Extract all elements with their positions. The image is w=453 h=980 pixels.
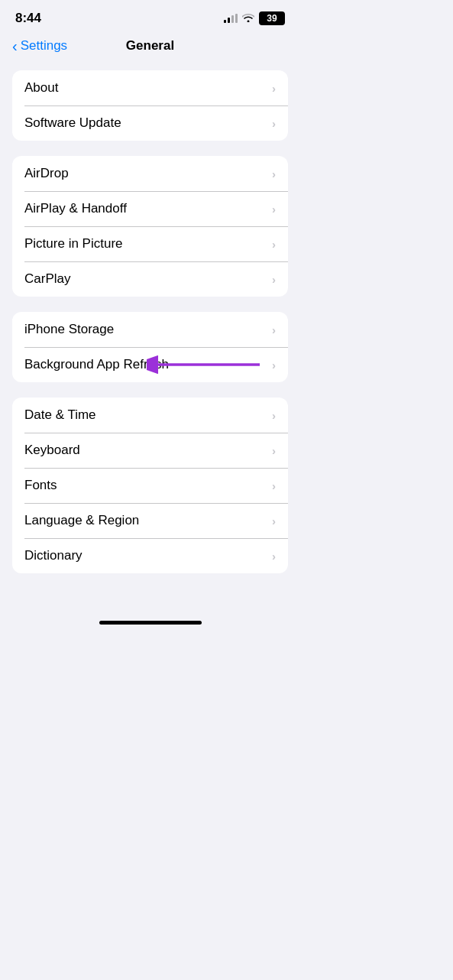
signal-icon [224, 14, 238, 23]
chevron-right-icon: › [272, 479, 276, 492]
date-time-label: Date & Time [24, 407, 96, 423]
settings-row-airplay-handoff[interactable]: AirPlay & Handoff › [12, 191, 288, 226]
chevron-right-icon: › [272, 514, 276, 527]
back-label: Settings [21, 38, 67, 54]
status-bar: 8:44 39 [0, 0, 300, 32]
fonts-label: Fonts [24, 478, 57, 493]
home-indicator [0, 615, 300, 634]
settings-row-language-region[interactable]: Language & Region › [12, 503, 288, 538]
settings-group-1: About › Software Update › [12, 70, 288, 141]
settings-row-iphone-storage[interactable]: iPhone Storage › [12, 312, 288, 347]
settings-content: About › Software Update › AirDrop › AirP… [0, 63, 300, 615]
airdrop-label: AirDrop [24, 166, 69, 181]
chevron-right-icon: › [272, 444, 276, 457]
settings-row-keyboard[interactable]: Keyboard › [12, 433, 288, 468]
wifi-icon [242, 12, 254, 24]
chevron-right-icon: › [272, 273, 276, 286]
settings-row-fonts[interactable]: Fonts › [12, 468, 288, 503]
chevron-right-icon: › [272, 82, 276, 95]
airplay-handoff-label: AirPlay & Handoff [24, 201, 127, 216]
settings-row-date-time[interactable]: Date & Time › [12, 398, 288, 433]
nav-bar: ‹ Settings General [0, 32, 300, 63]
back-chevron-icon: ‹ [12, 38, 18, 54]
settings-row-background-app-refresh[interactable]: Background App Refresh › [12, 347, 288, 382]
chevron-right-icon: › [272, 323, 276, 336]
chevron-right-icon: › [272, 550, 276, 563]
settings-group-3: iPhone Storage › Background App Refresh … [12, 312, 288, 382]
back-button[interactable]: ‹ Settings [12, 38, 67, 54]
settings-row-picture-in-picture[interactable]: Picture in Picture › [12, 226, 288, 261]
chevron-right-icon: › [272, 359, 276, 372]
chevron-right-icon: › [272, 409, 276, 422]
settings-group-2: AirDrop › AirPlay & Handoff › Picture in… [12, 156, 288, 297]
chevron-right-icon: › [272, 167, 276, 180]
about-label: About [24, 80, 58, 96]
dictionary-label: Dictionary [24, 548, 83, 563]
chevron-right-icon: › [272, 117, 276, 130]
background-app-refresh-label: Background App Refresh [24, 357, 169, 372]
language-region-label: Language & Region [24, 513, 139, 528]
status-time: 8:44 [15, 11, 41, 26]
settings-row-airdrop[interactable]: AirDrop › [12, 156, 288, 191]
battery-icon: 39 [259, 11, 285, 25]
settings-row-dictionary[interactable]: Dictionary › [12, 538, 288, 573]
keyboard-label: Keyboard [24, 443, 80, 458]
chevron-right-icon: › [272, 203, 276, 216]
settings-group-4: Date & Time › Keyboard › Fonts › Languag… [12, 398, 288, 573]
iphone-storage-label: iPhone Storage [24, 322, 114, 337]
status-icons: 39 [224, 11, 285, 25]
software-update-label: Software Update [24, 115, 121, 131]
settings-row-carplay[interactable]: CarPlay › [12, 261, 288, 297]
settings-row-software-update[interactable]: Software Update › [12, 105, 288, 141]
home-bar [99, 621, 202, 625]
carplay-label: CarPlay [24, 271, 70, 287]
picture-in-picture-label: Picture in Picture [24, 236, 123, 251]
settings-row-about[interactable]: About › [12, 70, 288, 105]
chevron-right-icon: › [272, 238, 276, 251]
page-title: General [126, 38, 174, 54]
